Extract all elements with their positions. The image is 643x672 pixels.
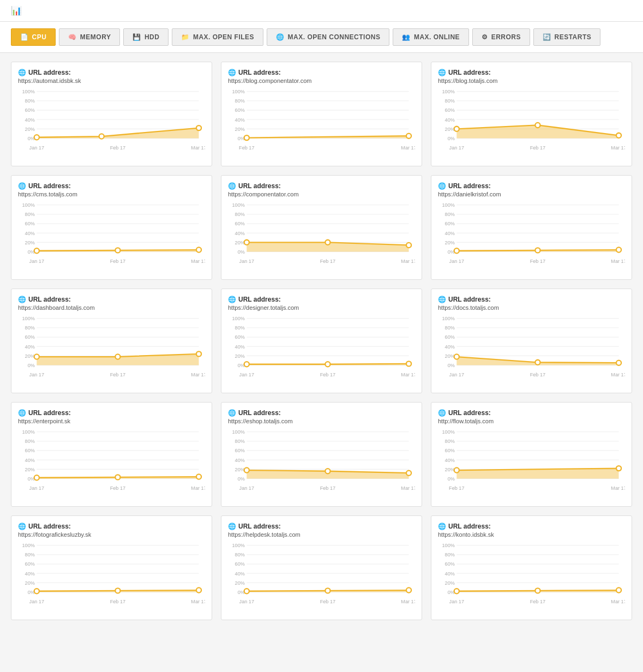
svg-text:Feb 17: Feb 17 bbox=[320, 599, 335, 604]
svg-text:Jan 17: Jan 17 bbox=[29, 259, 44, 264]
svg-text:60%: 60% bbox=[445, 561, 455, 567]
svg-text:20%: 20% bbox=[25, 467, 35, 472]
max-online-icon: 👥 bbox=[402, 33, 411, 41]
stat-card: 🌐 URL address: https://docs.totaljs.com … bbox=[431, 289, 632, 393]
tab-max-open-connections[interactable]: 🌐MAX. OPEN CONNECTIONS bbox=[267, 28, 389, 46]
svg-point-190 bbox=[244, 467, 249, 472]
card-header: 🌐 URL address: https://docs.totaljs.com bbox=[438, 296, 625, 311]
tab-restarts[interactable]: 🔄RESTARTS bbox=[533, 28, 600, 46]
url-address-label: 🌐 URL address: bbox=[228, 409, 415, 417]
globe-icon: 🌐 bbox=[18, 409, 26, 417]
svg-text:0%: 0% bbox=[238, 249, 245, 255]
globe-icon: 🌐 bbox=[18, 296, 26, 303]
url-address-label: 🌐 URL address: bbox=[228, 296, 415, 303]
svg-text:0%: 0% bbox=[448, 136, 455, 141]
svg-text:80%: 80% bbox=[445, 325, 455, 331]
svg-text:100%: 100% bbox=[232, 316, 245, 321]
stat-card: 🌐 URL address: https://eshop.totaljs.com… bbox=[221, 402, 422, 507]
svg-text:Jan 17: Jan 17 bbox=[449, 145, 464, 151]
svg-text:60%: 60% bbox=[445, 221, 455, 226]
svg-text:20%: 20% bbox=[235, 240, 245, 245]
svg-text:100%: 100% bbox=[232, 202, 245, 208]
svg-text:40%: 40% bbox=[25, 117, 35, 123]
globe-icon: 🌐 bbox=[438, 409, 446, 417]
svg-point-82 bbox=[244, 240, 249, 245]
tab-cpu[interactable]: 📄CPU bbox=[11, 28, 56, 46]
svg-point-102 bbox=[616, 247, 621, 252]
card-header: 🌐 URL address: http://flow.totaljs.com bbox=[438, 409, 625, 424]
svg-text:Mar 17: Mar 17 bbox=[401, 599, 415, 604]
chart-area: 0%20%40%60%80%100% Jan 17Feb 17Mar 17 bbox=[228, 429, 415, 500]
svg-point-225 bbox=[115, 588, 120, 593]
svg-text:Feb 17: Feb 17 bbox=[530, 145, 545, 151]
svg-point-154 bbox=[454, 354, 459, 359]
svg-text:40%: 40% bbox=[445, 231, 455, 236]
stat-card: 🌐 URL address: https://blog.componentato… bbox=[221, 62, 422, 166]
svg-point-14 bbox=[196, 125, 201, 130]
card-header: 🌐 URL address: https://danielkristof.com bbox=[438, 182, 625, 197]
svg-text:Jan 17: Jan 17 bbox=[29, 145, 44, 151]
svg-text:80%: 80% bbox=[235, 212, 245, 217]
cpu-icon: 📄 bbox=[20, 33, 29, 41]
stat-card: 🌐 URL address: https://konto.idsbk.sk 0%… bbox=[431, 515, 632, 620]
chart-area: 0%20%40%60%80%100% Jan 17Feb 17Mar 17 bbox=[228, 315, 415, 386]
url-address-label: 🌐 URL address: bbox=[228, 182, 415, 190]
globe-icon: 🌐 bbox=[438, 296, 446, 303]
stat-card: 🌐 URL address: https://componentator.com… bbox=[221, 175, 422, 280]
chart-area: 0%20%40%60%80%100% Jan 17Feb 17Mar 17 bbox=[18, 542, 205, 613]
svg-text:20%: 20% bbox=[235, 353, 245, 359]
max-open-files-icon: 📁 bbox=[181, 33, 190, 41]
svg-text:Jan 17: Jan 17 bbox=[29, 599, 44, 604]
max-open-connections-icon: 🌐 bbox=[276, 33, 285, 41]
svg-point-226 bbox=[196, 587, 201, 592]
url-address-label: 🌐 URL address: bbox=[18, 182, 205, 190]
svg-text:100%: 100% bbox=[232, 543, 245, 548]
tab-max-online[interactable]: 👥MAX. ONLINE bbox=[393, 28, 469, 46]
svg-text:100%: 100% bbox=[22, 429, 35, 435]
tab-max-open-files[interactable]: 📁MAX. OPEN FILES bbox=[172, 28, 263, 46]
svg-text:100%: 100% bbox=[442, 543, 455, 548]
page-title-icon: 📊 bbox=[11, 5, 22, 16]
svg-point-244 bbox=[406, 587, 411, 592]
tab-memory[interactable]: 🧠MEMORY bbox=[59, 28, 120, 46]
chart-area: 0%20%40%60%80%100% Jan 17Feb 17Mar 17 bbox=[18, 88, 205, 159]
stat-card: 🌐 URL address: https://fotografickesluzb… bbox=[11, 515, 212, 620]
svg-text:60%: 60% bbox=[25, 561, 35, 567]
tab-errors[interactable]: ⚙ERRORS bbox=[472, 28, 530, 46]
svg-text:Feb 17: Feb 17 bbox=[530, 599, 545, 604]
svg-text:Mar 17: Mar 17 bbox=[401, 485, 415, 491]
svg-point-155 bbox=[535, 360, 540, 365]
tab-hdd[interactable]: 💾HDD bbox=[123, 28, 169, 46]
svg-point-118 bbox=[34, 354, 39, 359]
svg-text:60%: 60% bbox=[25, 448, 35, 453]
svg-text:Jan 17: Jan 17 bbox=[449, 259, 464, 264]
stat-card: 🌐 URL address: https://dashboard.totaljs… bbox=[11, 289, 212, 393]
svg-text:20%: 20% bbox=[445, 580, 455, 586]
globe-icon: 🌐 bbox=[228, 69, 236, 76]
svg-text:Feb 17: Feb 17 bbox=[530, 372, 545, 377]
url-address-label: 🌐 URL address: bbox=[18, 296, 205, 303]
svg-text:20%: 20% bbox=[25, 580, 35, 586]
svg-text:Feb 17: Feb 17 bbox=[320, 485, 335, 491]
svg-point-100 bbox=[454, 248, 459, 253]
svg-text:0%: 0% bbox=[238, 476, 245, 482]
svg-text:80%: 80% bbox=[25, 439, 35, 444]
svg-text:40%: 40% bbox=[445, 571, 455, 577]
card-header: 🌐 URL address: https://helpdesk.totaljs.… bbox=[228, 523, 415, 538]
svg-text:80%: 80% bbox=[235, 439, 245, 444]
svg-text:40%: 40% bbox=[445, 344, 455, 350]
svg-text:Feb 17: Feb 17 bbox=[530, 259, 545, 264]
globe-icon: 🌐 bbox=[438, 182, 446, 190]
svg-text:100%: 100% bbox=[22, 89, 35, 94]
svg-text:40%: 40% bbox=[235, 458, 245, 463]
url-address-label: 🌐 URL address: bbox=[18, 409, 205, 417]
card-header: 🌐 URL address: https://componentator.com bbox=[228, 182, 415, 197]
chart-area: 0%20%40%60%80%100% Feb 17Mar 17 bbox=[228, 88, 415, 159]
card-header: 🌐 URL address: https://fotografickesluzb… bbox=[18, 523, 205, 538]
svg-text:Feb 17: Feb 17 bbox=[320, 372, 335, 377]
chart-area: 0%20%40%60%80%100% Jan 17Feb 17Mar 17 bbox=[18, 429, 205, 500]
svg-text:80%: 80% bbox=[25, 552, 35, 557]
svg-text:20%: 20% bbox=[25, 127, 35, 132]
svg-point-66 bbox=[196, 247, 201, 252]
svg-text:80%: 80% bbox=[445, 212, 455, 217]
